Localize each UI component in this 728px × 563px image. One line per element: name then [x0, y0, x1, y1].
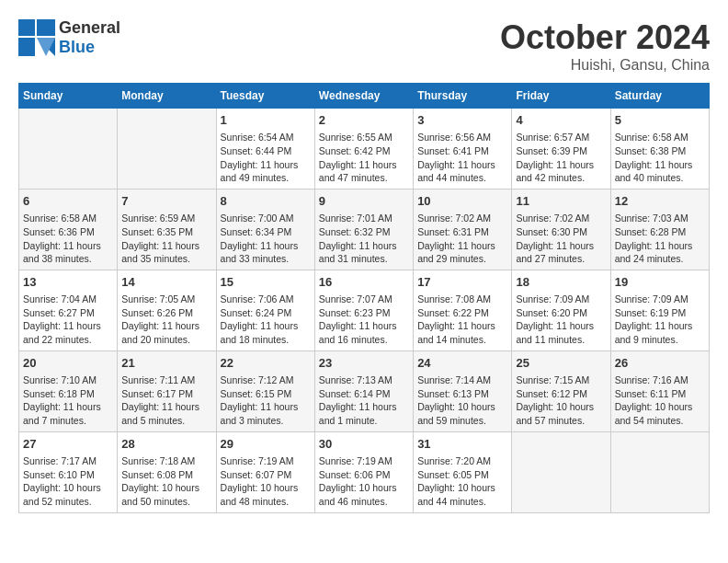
day-number: 2: [319, 112, 409, 129]
day-number: 15: [221, 274, 311, 291]
sunset-text: Sunset: 6:31 PM: [417, 225, 507, 239]
sunset-text: Sunset: 6:07 PM: [221, 468, 311, 482]
calendar-cell: 14Sunrise: 7:05 AMSunset: 6:26 PMDayligh…: [118, 270, 216, 350]
day-number: 23: [319, 355, 409, 372]
calendar-cell: 9Sunrise: 7:01 AMSunset: 6:32 PMDaylight…: [314, 189, 413, 270]
column-header-saturday: Saturday: [610, 84, 709, 109]
daylight-text: Daylight: 11 hours and 29 minutes.: [417, 239, 507, 266]
sunrise-text: Sunrise: 6:57 AM: [516, 131, 606, 144]
daylight-text: Daylight: 11 hours and 44 minutes.: [417, 158, 507, 185]
day-number: 11: [516, 193, 606, 210]
calendar-cell: 18Sunrise: 7:09 AMSunset: 6:20 PMDayligh…: [512, 270, 610, 350]
daylight-text: Daylight: 11 hours and 18 minutes.: [221, 319, 311, 346]
sunrise-text: Sunrise: 7:10 AM: [23, 373, 113, 387]
sunrise-text: Sunrise: 7:13 AM: [319, 373, 409, 387]
daylight-text: Daylight: 10 hours and 46 minutes.: [319, 481, 409, 508]
sunrise-text: Sunrise: 7:03 AM: [615, 212, 705, 225]
sunrise-text: Sunrise: 7:19 AM: [221, 454, 311, 468]
day-number: 26: [615, 355, 705, 372]
sunrise-text: Sunrise: 7:09 AM: [615, 293, 705, 306]
column-header-wednesday: Wednesday: [314, 84, 413, 109]
day-number: 10: [417, 193, 507, 210]
sunrise-text: Sunrise: 7:15 AM: [516, 373, 606, 387]
day-number: 14: [121, 274, 211, 291]
sunrise-text: Sunrise: 7:04 AM: [23, 293, 113, 306]
logo-line2: Blue: [59, 38, 120, 57]
sunset-text: Sunset: 6:15 PM: [221, 387, 311, 401]
calendar-cell: 29Sunrise: 7:19 AMSunset: 6:07 PMDayligh…: [216, 431, 314, 512]
sunset-text: Sunset: 6:08 PM: [121, 468, 211, 482]
day-number: 1: [221, 112, 311, 129]
logo-icon: [18, 19, 55, 56]
svg-rect-0: [18, 19, 35, 36]
sunrise-text: Sunrise: 7:08 AM: [417, 293, 507, 306]
day-number: 30: [319, 436, 409, 453]
sunset-text: Sunset: 6:12 PM: [516, 387, 606, 401]
page-header: General Blue October 2024 Huishi, Gansu,…: [18, 18, 710, 74]
column-header-monday: Monday: [118, 84, 216, 109]
calendar-cell: 13Sunrise: 7:04 AMSunset: 6:27 PMDayligh…: [19, 270, 118, 350]
sunset-text: Sunset: 6:14 PM: [319, 387, 409, 401]
sunset-text: Sunset: 6:35 PM: [121, 225, 211, 239]
day-number: 5: [615, 112, 705, 129]
sunset-text: Sunset: 6:26 PM: [121, 306, 211, 320]
calendar-cell: 27Sunrise: 7:17 AMSunset: 6:10 PMDayligh…: [19, 431, 118, 512]
day-number: 27: [23, 436, 113, 453]
sunset-text: Sunset: 6:42 PM: [319, 144, 409, 158]
daylight-text: Daylight: 11 hours and 1 minute.: [319, 400, 409, 427]
calendar-cell: 24Sunrise: 7:14 AMSunset: 6:13 PMDayligh…: [414, 350, 512, 431]
calendar-cell: 15Sunrise: 7:06 AMSunset: 6:24 PMDayligh…: [216, 270, 314, 350]
column-header-friday: Friday: [512, 84, 610, 109]
sunrise-text: Sunrise: 7:07 AM: [319, 293, 409, 306]
sunset-text: Sunset: 6:30 PM: [516, 225, 606, 239]
daylight-text: Daylight: 11 hours and 14 minutes.: [417, 319, 507, 346]
week-row-3: 13Sunrise: 7:04 AMSunset: 6:27 PMDayligh…: [19, 270, 710, 350]
sunrise-text: Sunrise: 6:59 AM: [121, 212, 211, 225]
daylight-text: Daylight: 11 hours and 22 minutes.: [23, 319, 113, 346]
sunrise-text: Sunrise: 6:55 AM: [319, 131, 409, 144]
daylight-text: Daylight: 11 hours and 3 minutes.: [221, 400, 311, 427]
calendar-cell: [512, 431, 610, 512]
month-title: October 2024: [500, 18, 710, 57]
daylight-text: Daylight: 11 hours and 47 minutes.: [319, 158, 409, 185]
sunset-text: Sunset: 6:38 PM: [615, 144, 705, 158]
sunrise-text: Sunrise: 7:01 AM: [319, 212, 409, 225]
calendar-cell: 28Sunrise: 7:18 AMSunset: 6:08 PMDayligh…: [118, 431, 216, 512]
daylight-text: Daylight: 10 hours and 44 minutes.: [417, 481, 507, 508]
sunrise-text: Sunrise: 7:17 AM: [23, 454, 113, 468]
title-block: October 2024 Huishi, Gansu, China: [500, 18, 710, 74]
daylight-text: Daylight: 11 hours and 27 minutes.: [516, 239, 606, 266]
sunset-text: Sunset: 6:06 PM: [319, 468, 409, 482]
calendar-cell: 19Sunrise: 7:09 AMSunset: 6:19 PMDayligh…: [610, 270, 709, 350]
day-number: 29: [221, 436, 311, 453]
sunset-text: Sunset: 6:32 PM: [319, 225, 409, 239]
day-number: 6: [23, 193, 113, 210]
sunset-text: Sunset: 6:10 PM: [23, 468, 113, 482]
calendar-cell: [118, 109, 216, 190]
sunset-text: Sunset: 6:22 PM: [417, 306, 507, 320]
daylight-text: Daylight: 11 hours and 33 minutes.: [221, 239, 311, 266]
day-number: 9: [319, 193, 409, 210]
day-number: 19: [615, 274, 705, 291]
daylight-text: Daylight: 10 hours and 57 minutes.: [516, 400, 606, 427]
header-row: SundayMondayTuesdayWednesdayThursdayFrid…: [19, 84, 710, 109]
day-number: 25: [516, 355, 606, 372]
sunrise-text: Sunrise: 6:58 AM: [23, 212, 113, 225]
daylight-text: Daylight: 11 hours and 35 minutes.: [121, 239, 211, 266]
day-number: 8: [221, 193, 311, 210]
day-number: 22: [221, 355, 311, 372]
day-number: 13: [23, 274, 113, 291]
calendar-cell: 12Sunrise: 7:03 AMSunset: 6:28 PMDayligh…: [610, 189, 709, 270]
calendar-cell: 5Sunrise: 6:58 AMSunset: 6:38 PMDaylight…: [610, 109, 709, 190]
sunset-text: Sunset: 6:28 PM: [615, 225, 705, 239]
sunrise-text: Sunrise: 7:09 AM: [516, 293, 606, 306]
sunset-text: Sunset: 6:36 PM: [23, 225, 113, 239]
logo: General Blue: [18, 18, 120, 57]
calendar-cell: 21Sunrise: 7:11 AMSunset: 6:17 PMDayligh…: [118, 350, 216, 431]
day-number: 16: [319, 274, 409, 291]
sunset-text: Sunset: 6:17 PM: [121, 387, 211, 401]
calendar-cell: 26Sunrise: 7:16 AMSunset: 6:11 PMDayligh…: [610, 350, 709, 431]
calendar-cell: 6Sunrise: 6:58 AMSunset: 6:36 PMDaylight…: [19, 189, 118, 270]
sunset-text: Sunset: 6:19 PM: [615, 306, 705, 320]
sunset-text: Sunset: 6:24 PM: [221, 306, 311, 320]
